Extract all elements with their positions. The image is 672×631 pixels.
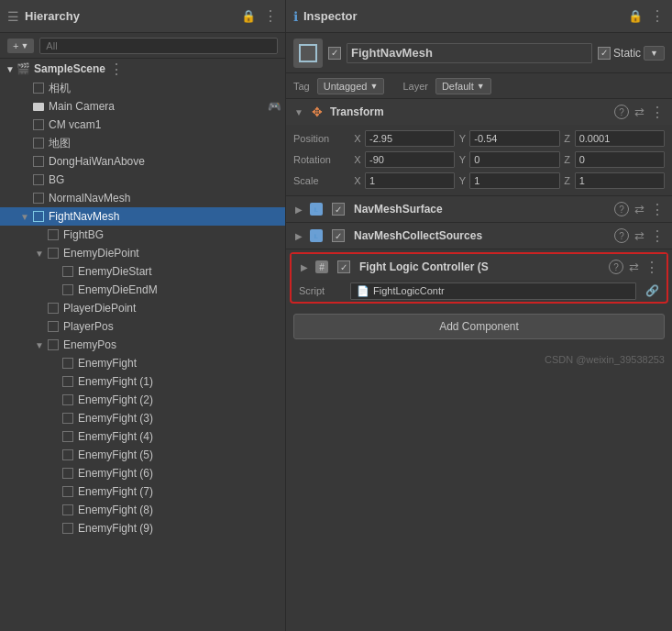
navmesh-surface-help-icon[interactable]: ? xyxy=(614,202,629,216)
static-checkbox[interactable] xyxy=(598,47,611,60)
navmesh-surface-active[interactable] xyxy=(332,203,345,216)
position-x-input[interactable] xyxy=(365,130,455,147)
scale-xyz: X Y Z xyxy=(352,172,665,189)
tree-item-enemyfight0[interactable]: EnemyFight xyxy=(0,354,285,372)
navmesh-collect-active[interactable] xyxy=(332,229,345,242)
rotation-row: Rotation X Y Z xyxy=(293,149,665,170)
tree-item-enemyfight9[interactable]: EnemyFight (9) xyxy=(0,519,285,537)
gameobject-name-input[interactable] xyxy=(347,43,592,63)
position-y-input[interactable] xyxy=(469,130,559,147)
tree-item-enemyfight3[interactable]: EnemyFight (3) xyxy=(0,409,285,427)
hierarchy-title: Hierarchy xyxy=(25,9,80,23)
tree-item-cm-vcam1[interactable]: CM vcam1 xyxy=(0,116,285,134)
scene-arrow: ▼ xyxy=(4,64,17,74)
tree-area[interactable]: ▼ 🎬 SampleScene ⋮ 相机Main Camera🎮CM vcam1… xyxy=(0,59,285,631)
tree-item-enemyfight8[interactable]: EnemyFight (8) xyxy=(0,501,285,519)
tree-item-enemyfight5[interactable]: EnemyFight (5) xyxy=(0,446,285,464)
tree-item-enemydiestart[interactable]: EnemyDieStart xyxy=(0,262,285,281)
tree-item-enemyfight2[interactable]: EnemyFight (2) xyxy=(0,391,285,409)
scale-z-input[interactable] xyxy=(575,172,665,189)
scale-y-input[interactable] xyxy=(469,172,559,189)
gameobject-title-row: Static ▼ xyxy=(286,33,672,73)
tree-icon-main-camera xyxy=(31,99,46,114)
tree-item-fightbg[interactable]: FightBG xyxy=(0,226,285,244)
fight-logic-active[interactable] xyxy=(337,260,350,273)
hierarchy-toolbar: + ▼ xyxy=(0,33,285,59)
fight-logic-icon: # xyxy=(315,260,328,273)
tree-item-normalnav[interactable]: NormalNavMesh xyxy=(0,189,285,207)
position-label: Position xyxy=(293,133,348,144)
transform-more-icon[interactable]: ⋮ xyxy=(650,104,665,121)
navmesh-collect-arrow-icon: ▶ xyxy=(293,231,304,241)
fight-logic-more-icon[interactable]: ⋮ xyxy=(644,259,659,276)
tree-label-enemyfight1: EnemyFight (1) xyxy=(78,375,281,388)
scale-z-label: Z xyxy=(562,175,573,186)
tree-item-donghaiwanabove[interactable]: DongHaiWanAbove xyxy=(0,152,285,171)
tree-item-enemyfight4[interactable]: EnemyFight (4) xyxy=(0,427,285,446)
tree-icon-map-cn xyxy=(31,136,46,150)
fight-logic-settings-icon[interactable]: ⇄ xyxy=(629,260,639,274)
navmesh-surface-more-icon[interactable]: ⋮ xyxy=(650,201,665,218)
inspector-lock-icon[interactable]: 🔒 xyxy=(628,9,643,23)
position-z-input[interactable] xyxy=(575,130,665,147)
tree-item-playerdiepoint[interactable]: PlayerDiePoint xyxy=(0,299,285,317)
tree-item-enemypos[interactable]: ▼EnemyPos xyxy=(0,336,285,354)
search-input[interactable] xyxy=(39,38,278,54)
transform-help-icon[interactable]: ? xyxy=(614,105,629,119)
navmesh-collect-header[interactable]: ▶ i. NavMeshCollectSources ? ⇄ ⋮ xyxy=(286,223,672,249)
hamburger-icon[interactable]: ☰ xyxy=(7,9,19,24)
tree-item-enemydieendm[interactable]: EnemyDieEndM xyxy=(0,281,285,299)
tree-label-normalnav: NormalNavMesh xyxy=(49,192,281,205)
tree-item-main-camera[interactable]: Main Camera🎮 xyxy=(0,97,285,116)
tree-icon-fightbg xyxy=(46,227,61,242)
fight-logic-help-icon[interactable]: ? xyxy=(609,260,623,274)
tree-item-enemyfight7[interactable]: EnemyFight (7) xyxy=(0,482,285,501)
tree-item-playerpos[interactable]: PlayerPos xyxy=(0,317,285,336)
tree-item-bg[interactable]: BG xyxy=(0,171,285,189)
tree-item-enemydiepoint[interactable]: ▼EnemyDiePoint xyxy=(0,244,285,262)
hierarchy-header: ☰ Hierarchy 🔒 ⋮ xyxy=(0,0,285,33)
tag-dropdown[interactable]: Untagged ▼ xyxy=(317,78,385,94)
navmesh-collect-settings-icon[interactable]: ⇄ xyxy=(634,229,644,243)
lock-icon[interactable]: 🔒 xyxy=(241,9,256,23)
tree-label-map-cn: 地图 xyxy=(49,136,281,151)
tree-item-enemyfight6[interactable]: EnemyFight (6) xyxy=(0,464,285,482)
navmesh-collect-section: ▶ i. NavMeshCollectSources ? ⇄ ⋮ xyxy=(286,223,672,249)
fight-logic-header[interactable]: ▶ # Fight Logic Controller (S ? ⇄ ⋮ xyxy=(292,254,666,280)
add-component-label: Add Component xyxy=(439,320,519,333)
scale-x-input[interactable] xyxy=(365,172,455,189)
gameobject-active-checkbox[interactable] xyxy=(328,47,341,60)
navmesh-surface-settings-icon[interactable]: ⇄ xyxy=(634,203,644,216)
tree-item-map-cn[interactable]: 地图 xyxy=(0,134,285,152)
tree-item-camera-cn[interactable]: 相机 xyxy=(0,79,285,97)
inspector-more-icon[interactable]: ⋮ xyxy=(650,7,665,25)
rotation-y-input[interactable] xyxy=(469,151,559,168)
navmesh-collect-help-icon[interactable]: ? xyxy=(614,228,629,243)
rotation-y-field: Y xyxy=(457,151,559,168)
tree-label-enemyfight0: EnemyFight xyxy=(78,357,281,370)
tree-item-fightnavmesh[interactable]: ▼FightNavMesh xyxy=(0,207,285,226)
tree-icon-enemydiestart xyxy=(61,264,75,279)
tree-item-enemyfight1[interactable]: EnemyFight (1) xyxy=(0,372,285,391)
scene-label: SampleScene xyxy=(34,62,105,75)
tree-label-playerdiepoint: PlayerDiePoint xyxy=(63,302,281,315)
tree-label-enemyfight4: EnemyFight (4) xyxy=(78,430,281,443)
more-options-icon[interactable]: ⋮ xyxy=(263,7,278,25)
tree-label-enemypos: EnemyPos xyxy=(63,338,281,351)
scene-more-icon[interactable]: ⋮ xyxy=(109,61,124,78)
layer-dropdown[interactable]: Default ▼ xyxy=(435,78,491,94)
rotation-z-input[interactable] xyxy=(575,151,665,168)
scene-root[interactable]: ▼ 🎬 SampleScene ⋮ xyxy=(0,59,285,79)
rotation-x-input[interactable] xyxy=(365,151,455,168)
add-component-button[interactable]: Add Component xyxy=(293,314,665,339)
tree-icon-camera-cn xyxy=(31,81,46,95)
script-link-icon[interactable]: 🔗 xyxy=(645,284,659,297)
navmesh-surface-header[interactable]: ▶ i. NavMeshSurface ? ⇄ ⋮ xyxy=(286,196,672,222)
navmesh-collect-more-icon[interactable]: ⋮ xyxy=(650,227,665,245)
transform-settings-icon[interactable]: ⇄ xyxy=(634,105,644,119)
tree-icon-enemypos xyxy=(46,338,61,352)
static-dropdown[interactable]: ▼ xyxy=(644,46,665,61)
add-button[interactable]: + ▼ xyxy=(7,39,34,53)
pos-x-label: X xyxy=(352,133,363,144)
transform-header[interactable]: ▼ ✥ Transform ? ⇄ ⋮ xyxy=(286,99,672,125)
